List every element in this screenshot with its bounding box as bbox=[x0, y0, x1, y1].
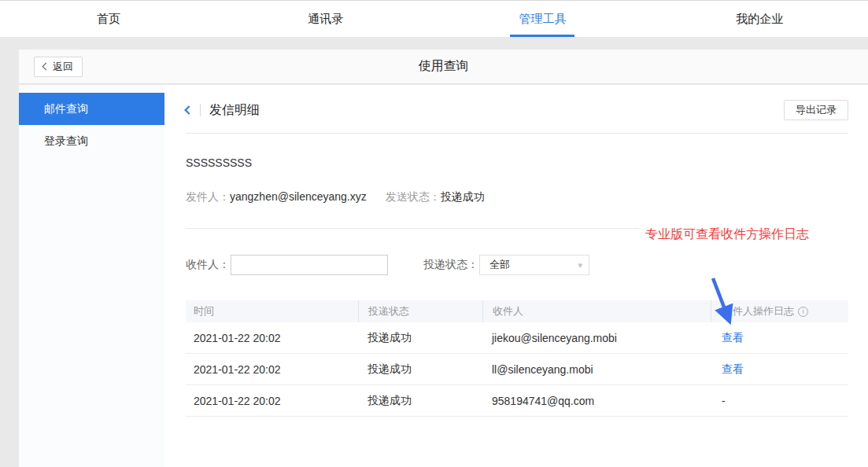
page-head: 发信明细 导出记录 bbox=[186, 100, 848, 120]
sidebar-item-mail-query[interactable]: 邮件查询 bbox=[19, 93, 164, 125]
delivery-log-table: 时间 投递状态 收件人 收件人操作日志 i 2021-01-22 20:02 投… bbox=[186, 300, 848, 417]
annotation-text: 专业版可查看收件方操作日志 bbox=[645, 226, 809, 243]
page-title: 发信明细 bbox=[209, 102, 260, 119]
column-header-recipient: 收件人 bbox=[482, 300, 711, 322]
send-status-label: 发送状态： bbox=[386, 190, 441, 204]
column-header-time: 时间 bbox=[186, 300, 358, 322]
cell-log: 查看 bbox=[711, 331, 848, 345]
title-divider bbox=[200, 104, 201, 116]
table-row: 2021-01-22 20:02 投递成功 ll@silenceyang.mob… bbox=[186, 354, 848, 385]
cell-log: - bbox=[711, 395, 848, 407]
sidebar-item-login-query[interactable]: 登录查询 bbox=[19, 125, 164, 157]
cell-status: 投递成功 bbox=[358, 331, 482, 345]
cell-recipient: ll@silenceyang.mobi bbox=[482, 363, 711, 376]
tab-admin-tools[interactable]: 管理工具 bbox=[434, 1, 652, 37]
sender-value: yangzhen@silenceyang.xyz bbox=[230, 190, 367, 204]
filter-row: 收件人： 投递状态： 全部 ▾ bbox=[186, 255, 848, 275]
recipient-filter-input[interactable] bbox=[231, 255, 388, 275]
chevron-left-icon bbox=[42, 63, 50, 71]
recipient-filter-label: 收件人： bbox=[186, 258, 230, 272]
send-status-value: 投递成功 bbox=[441, 190, 485, 204]
export-records-button[interactable]: 导出记录 bbox=[784, 100, 848, 120]
chevron-down-icon: ▾ bbox=[578, 260, 582, 270]
table-row: 2021-01-22 20:02 投递成功 958194741@qq.com - bbox=[186, 385, 848, 417]
back-chevron-icon[interactable] bbox=[184, 105, 193, 114]
tab-home[interactable]: 首页 bbox=[0, 1, 217, 37]
cell-status: 投递成功 bbox=[358, 394, 482, 408]
cell-log: 查看 bbox=[711, 362, 848, 377]
cell-recipient: 958194741@qq.com bbox=[482, 395, 711, 407]
cell-time: 2021-01-22 20:02 bbox=[186, 363, 358, 376]
top-nav: 首页 通讯录 管理工具 我的企业 bbox=[0, 0, 868, 38]
view-log-link[interactable]: 查看 bbox=[722, 362, 744, 375]
cell-time: 2021-01-22 20:02 bbox=[186, 332, 358, 344]
sender-meta-row: 发件人： yangzhen@silenceyang.xyz 发送状态： 投递成功 bbox=[186, 190, 848, 204]
page: 首页 通讯录 管理工具 我的企业 使用查询 返回 邮件查询 登录查询 发信明细 … bbox=[0, 0, 868, 467]
page-header-title: 使用查询 bbox=[19, 58, 868, 75]
content-columns: 邮件查询 登录查询 发信明细 导出记录 SSSSSSSSS 发件人： yangz… bbox=[19, 85, 868, 467]
cell-status: 投递成功 bbox=[358, 362, 482, 377]
sidebar: 邮件查询 登录查询 bbox=[19, 85, 164, 467]
column-header-recipient-log: 收件人操作日志 i bbox=[711, 300, 848, 322]
delivery-status-filter-label: 投递状态： bbox=[423, 258, 478, 272]
sender-label: 发件人： bbox=[186, 190, 230, 204]
main-panel: 发信明细 导出记录 SSSSSSSSS 发件人： yangzhen@silenc… bbox=[164, 85, 868, 467]
tab-my-enterprise[interactable]: 我的企业 bbox=[651, 1, 868, 37]
column-header-recipient-log-label: 收件人操作日志 bbox=[722, 304, 794, 318]
info-icon[interactable]: i bbox=[798, 307, 808, 317]
cell-time: 2021-01-22 20:02 bbox=[186, 395, 358, 407]
no-log-dash: - bbox=[722, 395, 726, 407]
table-row: 2021-01-22 20:02 投递成功 jiekou@silenceyang… bbox=[186, 322, 848, 354]
divider-short bbox=[186, 228, 639, 229]
column-header-delivery-status: 投递状态 bbox=[358, 300, 482, 322]
delivery-status-select[interactable]: 全部 ▾ bbox=[479, 255, 589, 275]
header-strip: 使用查询 返回 bbox=[19, 50, 868, 84]
delivery-status-selected-value: 全部 bbox=[489, 258, 510, 272]
mail-subject: SSSSSSSSS bbox=[186, 156, 848, 169]
back-button-label: 返回 bbox=[53, 60, 73, 74]
tab-contacts[interactable]: 通讯录 bbox=[217, 1, 434, 37]
meta-gap bbox=[367, 190, 386, 204]
back-button[interactable]: 返回 bbox=[34, 57, 83, 77]
divider bbox=[186, 133, 848, 134]
view-log-link[interactable]: 查看 bbox=[722, 331, 744, 344]
cell-recipient: jiekou@silenceyang.mobi bbox=[482, 332, 711, 344]
table-header-row: 时间 投递状态 收件人 收件人操作日志 i bbox=[186, 300, 848, 322]
